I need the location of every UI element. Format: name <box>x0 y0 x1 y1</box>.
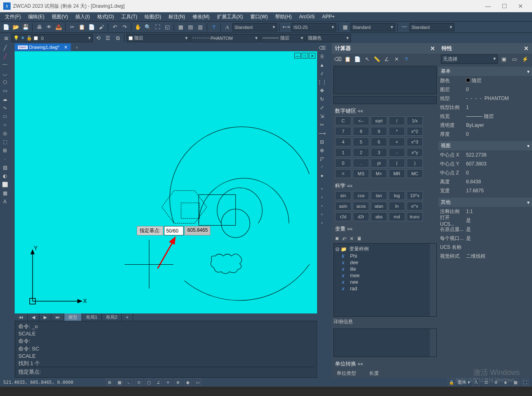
unit-header[interactable]: 单位转换<< <box>332 359 438 369</box>
dc-icon[interactable]: ▤ <box>186 23 195 32</box>
grid-icon[interactable]: ▦ <box>116 379 123 386</box>
scikey-e^x[interactable]: e^x <box>407 202 423 211</box>
dyn-icon[interactable]: ⊕ <box>174 379 182 386</box>
menu-help[interactable]: 帮助(H) <box>272 13 295 21</box>
key-MC[interactable]: MC <box>407 169 423 178</box>
prompt-input[interactable] <box>164 226 184 235</box>
selection-combo[interactable]: 无选择 ▾ <box>441 54 498 64</box>
key-3[interactable]: 3 <box>371 148 387 157</box>
menu-draw[interactable]: 绘图(D) <box>141 13 164 21</box>
pan-icon[interactable]: ✋ <box>134 23 142 32</box>
tool2-icon[interactable]: ▫ <box>318 193 326 201</box>
key-)[interactable]: ) <box>407 159 423 168</box>
scikey-asin[interactable]: asin <box>335 202 351 211</box>
tool3-icon[interactable]: ▫ <box>318 202 326 209</box>
calc-close-icon[interactable]: ✕ <box>430 45 435 52</box>
publish-icon[interactable]: 📤 <box>54 23 63 32</box>
palette-icon[interactable]: ▥ <box>196 23 205 32</box>
calc-clear-icon[interactable]: ⌫ <box>333 54 342 63</box>
menu-app[interactable]: APP+ <box>319 13 338 20</box>
layer-state-icon[interactable]: ☰ <box>103 34 112 43</box>
file-tab[interactable]: DWG Drawing1.dwg* × <box>15 44 71 51</box>
lineweight-combo[interactable]: 随层▾ <box>261 34 305 42</box>
key-pi[interactable]: pi <box>371 159 387 168</box>
menu-edit[interactable]: 编辑(E) <box>25 13 48 21</box>
menu-modify[interactable]: 修改(M) <box>189 13 213 21</box>
zoom-win-icon[interactable]: ◱ <box>163 23 172 32</box>
dimstyle-icon[interactable]: ⟷ <box>282 23 291 32</box>
ortho-icon[interactable]: ∟ <box>125 379 133 386</box>
var-new-icon[interactable]: ✖ <box>335 236 339 242</box>
sci-header[interactable]: 科学<< <box>332 181 438 191</box>
var-ille[interactable]: xille <box>335 266 435 272</box>
key-2[interactable]: 2 <box>353 148 369 157</box>
snap-icon[interactable]: ⊞ <box>106 379 113 386</box>
line-icon[interactable]: ╱ <box>1 44 9 52</box>
region-icon[interactable]: ⬜ <box>1 181 9 188</box>
menu-dim[interactable]: 标注(N) <box>165 13 188 21</box>
key-5[interactable]: 5 <box>353 137 369 146</box>
minimize-button[interactable]: — <box>480 0 496 12</box>
xline-icon[interactable]: ╱ <box>1 52 9 60</box>
tab-nav-next[interactable]: ▶ <box>39 313 51 321</box>
key-C[interactable]: C <box>335 116 351 125</box>
scikey-d2r[interactable]: d2r <box>353 212 369 221</box>
selobj-icon[interactable]: ▭ <box>510 54 519 63</box>
scikey-cos[interactable]: cos <box>353 191 369 200</box>
scikey-atan[interactable]: atan <box>371 202 387 211</box>
calc-paste-icon[interactable]: 📄 <box>353 54 362 63</box>
key-MR[interactable]: MR <box>389 169 405 178</box>
dimstyle-combo[interactable]: ISO-25▾ <box>291 23 336 31</box>
tool1-icon[interactable]: ▫ <box>318 185 326 192</box>
scale-icon[interactable]: ⤢ <box>318 104 326 111</box>
key-x^2[interactable]: x^2 <box>407 127 423 136</box>
menu-file[interactable]: 文件(F) <box>2 13 24 21</box>
gradient-icon[interactable]: ◐ <box>1 172 9 180</box>
key--[interactable]: - <box>389 148 405 157</box>
maximize-button[interactable]: ☐ <box>496 0 512 12</box>
var-nee[interactable]: xnee <box>335 279 435 285</box>
paste-icon[interactable]: 📄 <box>87 23 96 32</box>
zoom-ext-icon[interactable]: ⛶ <box>153 23 162 32</box>
var-rad[interactable]: xrad <box>335 285 435 292</box>
textstyle-combo[interactable]: Standard▾ <box>232 23 277 31</box>
menu-arcgis[interactable]: ArcGIS <box>296 13 318 20</box>
rotate-icon[interactable]: ↻ <box>318 95 326 103</box>
tab-layout2[interactable]: 布局2 <box>102 313 122 321</box>
tab-nav-first[interactable]: ⏮ <box>15 313 28 321</box>
rect-icon[interactable]: ▭ <box>1 87 9 94</box>
scikey-trunc[interactable]: trunc <box>407 212 423 221</box>
copy2-icon[interactable]: ⎘ <box>318 52 326 60</box>
calc-hist-icon[interactable]: 📋 <box>343 54 352 63</box>
layer-iso-icon[interactable]: ⧉ <box>113 34 122 43</box>
revcloud-icon[interactable]: ☁ <box>1 95 9 103</box>
cycle-icon[interactable]: ◉ <box>184 379 191 386</box>
linetype1-combo[interactable]: 随层▾ <box>127 34 190 42</box>
tool5-icon[interactable]: ▫ <box>318 219 326 226</box>
menu-window[interactable]: 窗口(W) <box>247 13 271 21</box>
cat-basic[interactable]: 基本▾ <box>438 67 532 76</box>
erase-icon[interactable]: ⌫ <box>318 44 326 52</box>
polar-icon[interactable]: ⊙ <box>135 379 142 386</box>
layer-prev-icon[interactable]: ⟲ <box>94 34 103 43</box>
tablestyle-combo[interactable]: Standard▾ <box>350 23 395 31</box>
tab-add[interactable]: + <box>122 313 133 321</box>
text-icon[interactable]: A <box>1 198 9 205</box>
table-icon[interactable]: ▦ <box>1 189 9 197</box>
key-x^y[interactable]: x^y <box>407 148 423 157</box>
block-icon[interactable]: ⬚ <box>1 138 9 146</box>
mlstyle-combo[interactable]: Standard▾ <box>409 23 454 31</box>
key-9[interactable]: 9 <box>371 127 387 136</box>
var-del-icon[interactable]: ✕ <box>350 236 354 242</box>
cat-view[interactable]: 视图▾ <box>438 141 532 150</box>
help-icon[interactable]: ? <box>209 23 218 32</box>
scikey-tan[interactable]: tan <box>371 191 387 200</box>
cut-icon[interactable]: ✂ <box>68 23 77 32</box>
mlstyle-icon[interactable]: 〰 <box>400 23 409 32</box>
zoom-icon[interactable]: 🔍 <box>143 23 152 32</box>
explode-icon[interactable]: ✦ <box>318 172 326 180</box>
preview-icon[interactable]: 👁 <box>44 23 53 32</box>
otrack-icon[interactable]: ∠ <box>155 379 162 386</box>
key-7[interactable]: 7 <box>335 127 351 136</box>
print-icon[interactable]: 🖶 <box>35 23 44 32</box>
